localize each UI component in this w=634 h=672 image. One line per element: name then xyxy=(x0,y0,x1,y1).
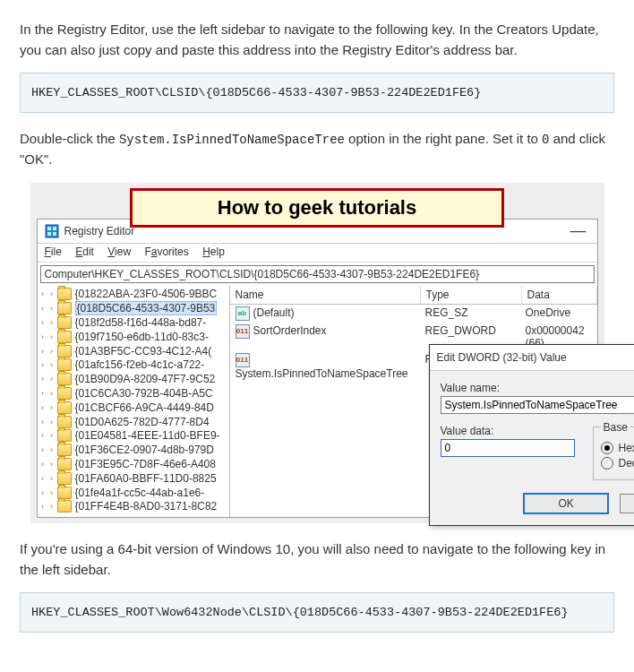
tree-item[interactable]: ››{01B90D9A-8209-47F7-9C52 xyxy=(39,372,229,386)
folder-icon xyxy=(57,373,72,385)
list-view: Name Type Data ab(Default)REG_SZOneDrive… xyxy=(230,286,597,518)
chevron-right-icon: › xyxy=(48,389,56,398)
chevron-right-icon: › xyxy=(39,375,47,383)
folder-icon xyxy=(57,331,72,343)
dialog-title: Edit DWORD (32-bit) Value xyxy=(437,351,567,364)
tree-item-label: {01B90D9A-8209-47F7-9C52 xyxy=(75,373,216,385)
chevron-right-icon: › xyxy=(39,347,47,356)
tree-item-label: {01C6CA30-792B-404B-A5C xyxy=(75,387,213,400)
tree-item[interactable]: ››{01FA60A0-BBFF-11D0-8825 xyxy=(39,471,229,486)
tree-item-label: {01F3E95C-7D8F-46e6-A408 xyxy=(75,458,216,470)
cancel-button[interactable]: Cancel xyxy=(620,494,635,513)
radio-hexadecimal[interactable]: Hexadecimal xyxy=(601,442,635,454)
column-data[interactable]: Data xyxy=(522,286,597,304)
base-legend: Base xyxy=(601,421,630,434)
tree-item-label: {01CBCF66-A9CA-4449-84D xyxy=(75,401,214,414)
radio-decimal[interactable]: Decimal xyxy=(601,457,635,470)
svg-rect-2 xyxy=(53,227,56,230)
registry-editor-window: Registry Editor — File Edit View Favorit… xyxy=(37,219,598,519)
tree-item[interactable]: ››{019f7150-e6db-11d0-83c3- xyxy=(39,330,229,344)
tree-item[interactable]: ››{01822ABA-23F0-4506-9BBC xyxy=(39,288,229,302)
chevron-right-icon: › xyxy=(48,304,56,313)
svg-rect-4 xyxy=(53,232,56,236)
chevron-right-icon: › xyxy=(39,431,47,440)
menu-edit[interactable]: Edit xyxy=(75,246,94,258)
tree-item[interactable]: ››{01CBCF66-A9CA-4449-84D xyxy=(39,401,229,415)
chevron-right-icon: › xyxy=(48,418,56,426)
tree-item-label: {01822ABA-23F0-4506-9BBC xyxy=(75,288,218,300)
tree-view[interactable]: ››{01822ABA-23F0-4506-9BBC››{018D5C66-45… xyxy=(38,286,230,518)
value-name: System.IsPinnedToNameSpaceTree xyxy=(236,367,408,380)
chevron-right-icon: › xyxy=(48,460,56,469)
tree-item[interactable]: ››{01F3E95C-7D8F-46e6-A408 xyxy=(39,457,229,471)
value-type: REG_SZ xyxy=(420,306,520,322)
tree-item-label: {01FF4E4B-8AD0-3171-8C82 xyxy=(75,500,218,513)
value-type-icon: ab xyxy=(236,306,250,321)
tree-item-label: {01A3BF5C-CC93-4C12-A4( xyxy=(75,345,212,358)
chevron-right-icon: › xyxy=(39,445,47,454)
tree-item-label: {019f7150-e6db-11d0-83c3- xyxy=(75,331,209,343)
folder-icon xyxy=(57,401,72,414)
tree-item[interactable]: ››{01FF4E4B-8AD0-3171-8C82 xyxy=(39,499,229,513)
chevron-right-icon: › xyxy=(48,375,56,383)
tree-item[interactable]: ››{018f2d58-f16d-448a-bd87- xyxy=(39,315,229,330)
tree-item[interactable]: ››{01D0A625-782D-4777-8D4 xyxy=(39,415,229,429)
chevron-right-icon: › xyxy=(48,360,56,369)
folder-icon xyxy=(57,316,72,329)
tree-item[interactable]: ››{01E04581-4EEE-11d0-BFE9- xyxy=(39,428,229,443)
chevron-right-icon: › xyxy=(39,403,47,412)
column-type[interactable]: Type xyxy=(421,286,522,304)
tree-item-label: {018f2d58-f16d-448a-bd87- xyxy=(75,316,207,329)
menu-view[interactable]: View xyxy=(107,246,131,258)
folder-icon xyxy=(57,444,72,456)
chevron-right-icon: › xyxy=(39,289,47,298)
folder-icon xyxy=(57,500,72,513)
value-name-label: Value name: xyxy=(441,382,635,394)
tree-item-label: {01F36CE2-0907-4d8b-979D xyxy=(75,444,214,456)
value-type-icon: 011 xyxy=(236,324,250,339)
chevron-right-icon: › xyxy=(48,502,56,511)
menu-favorites[interactable]: Favorites xyxy=(144,246,188,258)
regedit-icon xyxy=(45,224,59,238)
screenshot-container: How to geek tutorials Registry Editor — … xyxy=(30,183,604,524)
tree-item[interactable]: ››{01A3BF5C-CC93-4C12-A4( xyxy=(39,344,229,358)
list-header: Name Type Data xyxy=(230,286,597,305)
value-name-input[interactable] xyxy=(441,396,635,414)
chevron-right-icon: › xyxy=(48,403,56,412)
code-block-1: HKEY_CLASSES_ROOT\CLSID\{018D5C66-4533-4… xyxy=(20,73,614,113)
edit-dword-dialog: Edit DWORD (32-bit) Value ✕ Value name: … xyxy=(429,344,635,526)
address-bar[interactable]: Computer\HKEY_CLASSES_ROOT\CLSID\{018D5C… xyxy=(40,265,595,283)
value-name: SortOrderIndex xyxy=(253,324,327,337)
tree-item[interactable]: ››{01F36CE2-0907-4d8b-979D xyxy=(39,443,229,457)
inline-code: 0 xyxy=(542,133,549,147)
menubar: File Edit View Favorites Help xyxy=(38,244,597,263)
chevron-right-icon: › xyxy=(48,431,56,440)
tree-item[interactable]: ››{01C6CA30-792B-404B-A5C xyxy=(39,386,229,401)
value-type-icon: 011 xyxy=(236,353,250,367)
value-name: (Default) xyxy=(253,306,295,319)
chevron-right-icon: › xyxy=(48,318,56,327)
folder-icon xyxy=(57,288,72,300)
radio-icon xyxy=(601,457,613,470)
article-paragraph: If you're using a 64-bit version of Wind… xyxy=(20,539,614,580)
tree-item[interactable]: ››{01afc156-f2eb-4c1c-a722- xyxy=(39,358,229,372)
tree-item[interactable]: ››{01fe4a1f-cc5c-44ab-a1e6- xyxy=(39,486,229,500)
window-title: Registry Editor xyxy=(64,225,135,237)
menu-help[interactable]: Help xyxy=(202,246,225,258)
ok-button[interactable]: OK xyxy=(523,493,609,514)
folder-icon xyxy=(57,387,72,400)
tree-item-label: {01fe4a1f-cc5c-44ab-a1e6- xyxy=(75,487,205,499)
svg-rect-1 xyxy=(47,227,51,230)
column-name[interactable]: Name xyxy=(230,286,421,304)
chevron-right-icon: › xyxy=(39,304,47,313)
value-row[interactable]: ab(Default)REG_SZOneDrive xyxy=(230,305,597,323)
tree-item-label: {01E04581-4EEE-11d0-BFE9- xyxy=(75,429,220,442)
tree-item[interactable]: ››{018D5C66-4533-4307-9B53 xyxy=(39,301,229,315)
value-data-input[interactable] xyxy=(441,439,575,457)
chevron-right-icon: › xyxy=(39,460,47,469)
folder-icon xyxy=(57,345,72,358)
chevron-right-icon: › xyxy=(39,502,47,511)
menu-file[interactable]: File xyxy=(45,246,62,258)
chevron-right-icon: › xyxy=(48,445,56,454)
minimize-icon[interactable]: — xyxy=(570,221,587,240)
